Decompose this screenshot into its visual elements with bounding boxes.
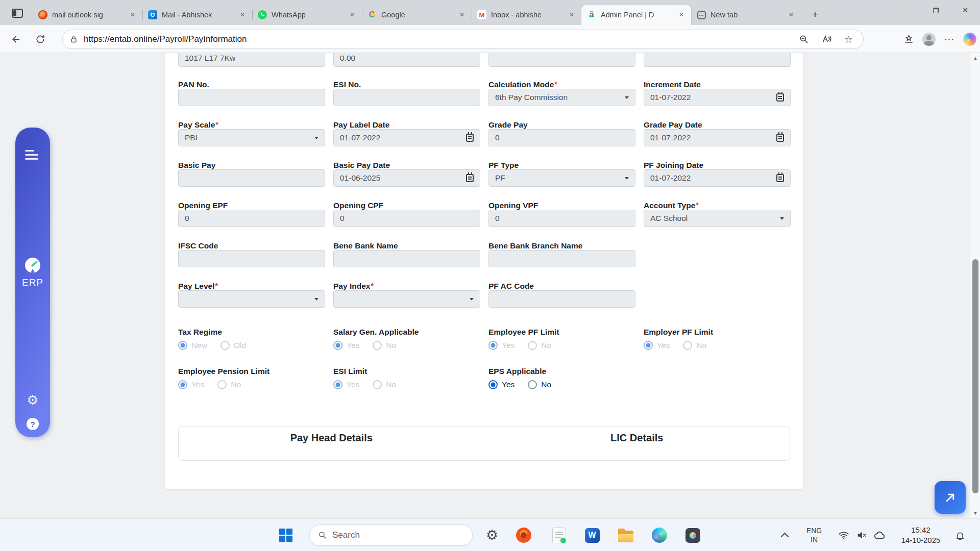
taskbar-edge-button[interactable] [648, 524, 671, 546]
tab-close-icon[interactable]: ✕ [567, 10, 576, 19]
basic-pay-date-input[interactable]: 01-06-2025 [333, 169, 480, 187]
zoom-out-icon[interactable] [799, 34, 809, 44]
esi-no-input[interactable] [333, 89, 480, 106]
tab-actions-button[interactable] [8, 5, 27, 22]
notification-button[interactable] [953, 529, 967, 542]
calculation-mode-select[interactable]: 6th Pay Commission [488, 89, 635, 106]
browser-tab[interactable]: WhatsApp✕ [252, 5, 362, 25]
tray-overflow-button[interactable] [773, 524, 796, 546]
radio-salary-gen-applicable-yes[interactable] [333, 341, 342, 350]
favorite-star-icon[interactable]: ☆ [844, 35, 853, 44]
browser-tab[interactable]: •••New tab✕ [691, 5, 801, 25]
start-button[interactable] [275, 524, 297, 546]
scrollbar-thumb[interactable] [972, 259, 978, 493]
calendar-icon[interactable] [776, 93, 784, 102]
new-tab-button[interactable]: + [806, 7, 824, 22]
bene-bank-branch-name-input[interactable] [488, 250, 635, 267]
taskbar-word-button[interactable]: W [581, 524, 603, 546]
close-button[interactable]: ✕ [950, 0, 980, 20]
radio-employee-pf-limit-no[interactable] [528, 341, 537, 350]
radio-salary-gen-applicable-no[interactable] [373, 341, 382, 350]
clipped-input-3[interactable] [488, 53, 635, 67]
read-aloud-icon[interactable] [821, 34, 832, 44]
grade-pay-date-input[interactable]: 01-07-2022 [644, 129, 791, 146]
clock[interactable]: 15:42 14-10-2025 [892, 525, 949, 545]
address-bar[interactable]: https://entab.online/Payroll/PayInformat… [62, 30, 864, 49]
tab-close-icon[interactable]: ✕ [348, 10, 357, 19]
erp-sidebar: ERP ⚙ ? [15, 128, 50, 437]
sidebar-help-button[interactable]: ? [27, 418, 39, 430]
radio-eps-applicable-no[interactable] [528, 380, 537, 389]
increment-date-input[interactable]: 01-07-2022 [644, 89, 791, 106]
minimize-button[interactable]: — [891, 0, 921, 20]
browser-tab[interactable]: mail outlook sig✕ [33, 5, 142, 25]
wifi-button[interactable] [837, 529, 850, 542]
taskbar-file-explorer-button[interactable] [615, 524, 637, 546]
tab-close-icon[interactable]: ✕ [238, 10, 247, 19]
clipped-input-2[interactable]: 0.00 [333, 53, 480, 67]
browser-tab[interactable]: GGoogle✕ [362, 5, 472, 25]
opening-epf-input[interactable]: 0 [178, 210, 325, 227]
favorites-bar-button[interactable] [898, 31, 919, 47]
radio-employer-pf-limit-no[interactable] [683, 341, 692, 350]
clipped-input-4[interactable] [644, 53, 791, 67]
back-button[interactable] [7, 31, 24, 47]
tab-close-icon[interactable]: ✕ [787, 10, 796, 19]
radio-employer-pf-limit-yes[interactable] [644, 341, 653, 350]
browser-tab[interactable]: MInbox - abhishe✕ [472, 5, 581, 25]
language-indicator[interactable]: ENG IN [802, 526, 826, 544]
clipped-input-1[interactable]: 1017 L17 7Kw [178, 53, 325, 67]
taskbar-snipping-tool-button[interactable] [681, 524, 704, 546]
taskbar-settings-button[interactable]: ⚙ [481, 524, 503, 546]
floating-action-button[interactable] [935, 481, 966, 514]
radio-tax-regime-old[interactable] [220, 341, 230, 350]
settings-menu-button[interactable]: ⋯ [939, 31, 960, 47]
tab-close-icon[interactable]: ✕ [128, 10, 137, 19]
calendar-icon[interactable] [776, 134, 784, 142]
taskbar-media-app-button[interactable] [512, 524, 535, 546]
menu-button[interactable] [25, 148, 40, 161]
cloud-button[interactable] [873, 529, 886, 542]
account-type-select[interactable]: AC School [644, 210, 791, 227]
profile-button[interactable] [919, 31, 939, 47]
ifsc-code-input[interactable] [178, 250, 325, 267]
radio-employee-pension-limit-no[interactable] [217, 380, 227, 389]
browser-tab[interactable]: ãAdmin Panel | D✕ [581, 5, 691, 25]
pf-type-select[interactable]: PF [488, 169, 635, 187]
taskbar-search[interactable]: Search [309, 524, 473, 546]
radio-esi-limit-no[interactable] [373, 380, 382, 389]
radio-employee-pension-limit-yes[interactable] [178, 380, 187, 389]
volume-button[interactable] [855, 529, 868, 542]
restore-button[interactable] [921, 0, 950, 20]
pay-index-select[interactable] [333, 290, 480, 308]
tab-close-icon[interactable]: ✕ [457, 10, 467, 19]
radio-tax-regime-new[interactable] [178, 341, 187, 350]
taskbar-notepad-button[interactable] [548, 524, 570, 546]
opening-cpf-input[interactable]: 0 [333, 210, 480, 227]
pf-joining-date-input[interactable]: 01-07-2022 [644, 169, 791, 187]
copilot-button[interactable] [960, 31, 980, 47]
pay-label-date-input[interactable]: 01-07-2022 [333, 129, 480, 146]
refresh-button[interactable] [32, 31, 49, 47]
pf-ac-code-input[interactable] [488, 290, 635, 308]
pan-no-input[interactable] [178, 89, 325, 106]
radio-eps-applicable-yes[interactable] [488, 380, 498, 389]
bene-bank-name-input[interactable] [333, 250, 480, 267]
opening-vpf-input[interactable]: 0 [488, 210, 635, 227]
pay-level-select[interactable] [178, 290, 325, 308]
sidebar-settings-button[interactable]: ⚙ [27, 393, 38, 407]
grade-pay-input[interactable]: 0 [488, 129, 635, 146]
scroll-up-arrow[interactable]: ▲ [970, 54, 980, 63]
radio-employee-pf-limit-yes[interactable] [488, 341, 498, 350]
basic-pay-input[interactable] [178, 169, 325, 187]
calendar-icon[interactable] [466, 134, 474, 142]
scroll-down-arrow[interactable]: ▼ [970, 509, 980, 518]
vertical-scrollbar[interactable]: ▲ ▼ [970, 53, 980, 518]
radio-esi-limit-yes[interactable] [333, 380, 342, 389]
url-text[interactable]: https://entab.online/Payroll/PayInformat… [84, 34, 799, 44]
calendar-icon[interactable] [776, 174, 784, 182]
pay-scale-select[interactable]: PBI [178, 129, 325, 146]
calendar-icon[interactable] [466, 174, 474, 182]
tab-close-icon[interactable]: ✕ [677, 10, 686, 19]
browser-tab[interactable]: OMail - Abhishek✕ [142, 5, 252, 25]
